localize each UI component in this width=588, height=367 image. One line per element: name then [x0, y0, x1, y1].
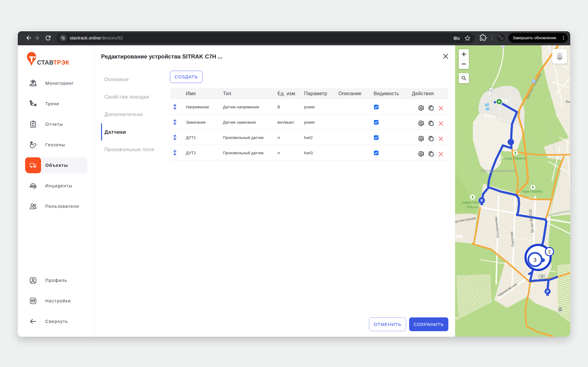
- svg-text:Вас: Вас: [566, 100, 570, 103]
- svg-text:38: 38: [540, 275, 544, 279]
- svg-text:P: P: [481, 199, 483, 203]
- svg-text:ТРЭК: ТРЭК: [53, 59, 69, 66]
- svg-text:P: P: [546, 290, 549, 294]
- svg-text:2: 2: [548, 249, 551, 254]
- svg-text:парк Победы: парк Победы: [522, 189, 543, 193]
- svg-text:сквер Памяти: сквер Памяти: [503, 156, 526, 160]
- svg-text:СТАВ: СТАВ: [37, 59, 54, 66]
- svg-text:0: 0: [490, 88, 492, 92]
- svg-text:3: 3: [533, 257, 536, 263]
- svg-text:России: России: [467, 205, 478, 209]
- svg-text:Промышленный: Промышленный: [481, 168, 516, 173]
- svg-text:2: 2: [502, 45, 503, 48]
- svg-text:сквер Геро: сквер Геро: [462, 200, 479, 204]
